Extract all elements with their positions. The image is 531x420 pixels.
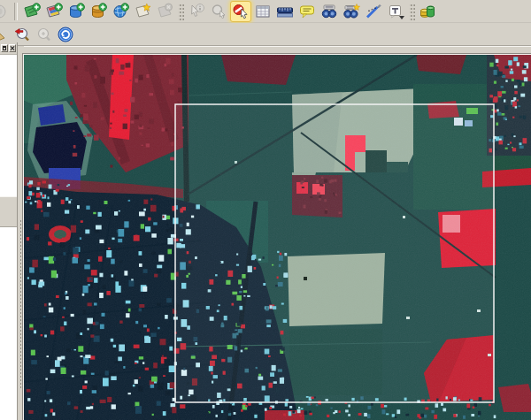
add-wms-layer-button[interactable] — [110, 1, 131, 22]
open-attribute-table-icon — [254, 3, 272, 20]
add-postgis-layer-icon — [67, 3, 85, 20]
text-annotation-icon — [387, 3, 404, 20]
remove-layer-icon — [156, 3, 173, 20]
select-features-button[interactable] — [208, 1, 229, 22]
dock-titlebar — [0, 42, 17, 55]
dock-float-icon[interactable] — [1, 44, 8, 52]
clipped-tool-button[interactable] — [0, 1, 10, 22]
new-shapefile-layer-button[interactable] — [132, 1, 153, 22]
measure-line-button[interactable] — [274, 1, 296, 22]
add-spatialite-layer-button[interactable] — [88, 1, 109, 22]
db-manager-button[interactable] — [417, 1, 438, 22]
add-raster-layer-icon — [45, 3, 63, 20]
new-shapefile-layer-icon — [134, 3, 151, 20]
db-manager-icon — [419, 3, 436, 20]
identify-features-icon — [188, 3, 205, 20]
map-canvas[interactable] — [24, 55, 531, 420]
zoom-next-button[interactable] — [33, 24, 54, 45]
open-attribute-table-button[interactable] — [252, 1, 273, 22]
toolbar-handle — [178, 3, 184, 20]
zoom-last-icon — [12, 26, 30, 43]
map-frame — [22, 53, 531, 420]
application-window: { "colors": { "window_bg": "#d5d1c8", "a… — [0, 0, 531, 420]
show-bookmarks-icon — [320, 3, 338, 20]
add-vector-layer-icon — [23, 3, 41, 20]
add-raster-layer-button[interactable] — [43, 1, 65, 22]
clipped-zoom-tool-icon — [0, 26, 8, 43]
add-wms-layer-icon — [112, 3, 129, 20]
new-bookmark-button[interactable] — [341, 1, 362, 22]
refresh-button[interactable] — [55, 24, 76, 45]
remove-layer-button[interactable] — [154, 1, 175, 22]
add-vector-layer-button[interactable] — [21, 1, 42, 22]
lower-dock-titlebar — [0, 196, 17, 227]
select-features-icon — [210, 3, 227, 20]
new-bookmark-icon — [342, 3, 360, 20]
add-spatialite-layer-icon — [89, 3, 107, 20]
deselect-features-icon — [232, 3, 250, 20]
labeling-icon — [365, 3, 382, 20]
labeling-button[interactable] — [363, 1, 384, 22]
toolbar-map-navigation — [0, 23, 531, 46]
map-tips-icon — [298, 3, 316, 20]
left-dock-panel — [0, 42, 18, 420]
toolbar-separator — [14, 3, 18, 20]
toolbar-layers-and-tools — [0, 0, 531, 23]
identify-features-button[interactable] — [186, 1, 207, 22]
dock-close-icon[interactable] — [9, 44, 16, 52]
zoom-last-button[interactable] — [11, 24, 32, 45]
clipped-zoom-tool-button[interactable] — [0, 24, 10, 45]
text-annotation-button[interactable] — [385, 1, 406, 22]
add-postgis-layer-button[interactable] — [65, 1, 87, 22]
refresh-icon — [57, 26, 74, 43]
extent-rectangle — [175, 104, 494, 402]
show-bookmarks-button[interactable] — [319, 1, 340, 22]
measure-line-icon — [276, 3, 294, 20]
zoom-next-icon — [35, 26, 52, 43]
map-tips-button[interactable] — [296, 1, 318, 22]
toolbar-handle — [409, 3, 415, 20]
clipped-tool-icon — [0, 3, 8, 20]
deselect-features-button[interactable] — [230, 1, 251, 22]
